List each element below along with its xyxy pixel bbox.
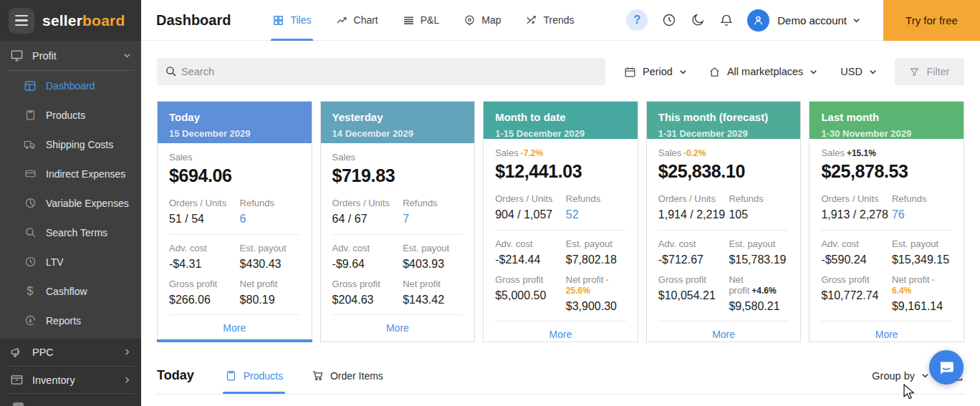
currency-dropdown[interactable]: USD	[840, 66, 877, 77]
adv-cost-value: -$4.31	[169, 258, 240, 271]
filter-button[interactable]: Filter	[895, 58, 964, 85]
tab-tiles[interactable]: Tiles	[272, 0, 311, 41]
card-title: Last month	[821, 111, 952, 123]
card-date: 15 December 2029	[169, 128, 300, 139]
chat-widget-button[interactable]	[929, 350, 964, 385]
dark-mode-moon-icon[interactable]	[691, 13, 705, 27]
tab-map[interactable]: Map	[463, 0, 501, 41]
search-icon	[24, 226, 37, 239]
sidebar-item-label: Reports	[46, 315, 81, 327]
avatar[interactable]	[747, 9, 769, 32]
gross-profit-value: $10,772.74	[821, 289, 892, 302]
chevron-down-icon	[810, 68, 817, 76]
gross-profit-label: Gross profit	[332, 279, 403, 289]
card-title: Month to date	[495, 111, 626, 123]
metric-cards: Today 15 December 2029 Sales $694.06 Ord…	[157, 101, 964, 342]
sidebar-header: sellerboard	[0, 0, 141, 41]
divider	[821, 230, 952, 231]
search-input[interactable]	[157, 58, 605, 85]
history-clock-icon[interactable]	[662, 13, 676, 27]
more-row: More	[821, 321, 952, 348]
hamburger-menu-button[interactable]	[9, 8, 34, 34]
more-link[interactable]: More	[223, 322, 246, 334]
tab-products[interactable]: Products	[225, 369, 283, 382]
more-link[interactable]: More	[712, 329, 735, 340]
chevron-down-icon	[921, 372, 929, 380]
more-row: More	[332, 314, 463, 342]
group-by-dropdown[interactable]: Group by	[872, 370, 929, 382]
adv-cost-label: Adv. cost	[332, 243, 403, 253]
main-area: Dashboard Tiles Chart P&L Map Trends	[141, 0, 980, 406]
refunds-label: Refunds	[240, 198, 300, 208]
sales-label: Sales-7.2%	[495, 148, 626, 158]
refunds-label: Refunds	[892, 193, 952, 204]
calendar-icon	[624, 66, 636, 78]
adv-cost-label: Adv. cost	[169, 243, 240, 253]
sidebar-item-cashflow[interactable]: $ Cashflow	[0, 276, 141, 306]
selected-card-indicator	[157, 339, 312, 342]
sales-pct-badge: +15.1%	[847, 148, 876, 158]
refunds-value[interactable]: 6	[240, 213, 300, 226]
marketplaces-label: All marketplaces	[727, 66, 803, 77]
net-profit-label: Net profit-6.4%	[892, 274, 952, 296]
adv-cost-value: -$590.24	[821, 253, 892, 266]
sidebar-item-variable-expenses[interactable]: Variable Expenses	[0, 188, 141, 218]
more-row: More	[169, 314, 300, 342]
orders-units-label: Orders / Units	[169, 198, 240, 208]
sidebar-item-label: Products	[46, 110, 85, 121]
tab-trends[interactable]: Trends	[525, 0, 574, 41]
chevron-down-icon	[852, 16, 860, 24]
sidebar-group-inventory[interactable]: Inventory	[0, 367, 141, 394]
sidebar-item-products[interactable]: Products	[0, 100, 141, 130]
marketplaces-dropdown[interactable]: All marketplaces	[708, 66, 817, 78]
funnel-icon	[909, 67, 920, 77]
dashboard-icon	[24, 79, 37, 92]
refunds-value[interactable]: 7	[403, 213, 463, 226]
tab-order-items[interactable]: Order Items	[312, 369, 383, 382]
adv-cost-value: -$9.64	[332, 258, 403, 271]
sidebar-group-profit[interactable]: Profit	[0, 41, 141, 70]
sidebar-item-shipping-costs[interactable]: Shipping Costs	[0, 130, 141, 159]
est-payout-value: $403.93	[403, 258, 463, 271]
chevron-right-icon	[123, 376, 131, 384]
refunds-value[interactable]: 76	[892, 208, 952, 221]
dollar-icon: $	[24, 285, 37, 298]
refunds-value[interactable]: 52	[566, 208, 626, 221]
more-link[interactable]: More	[386, 322, 409, 334]
sidebar-item-reports[interactable]: Reports	[0, 306, 141, 335]
sidebar-item-dashboard[interactable]: Dashboard	[0, 71, 141, 100]
megaphone-icon	[10, 345, 24, 359]
notifications-bell-icon[interactable]	[719, 13, 734, 27]
divider	[332, 234, 463, 235]
sidebar-item-indirect-expenses[interactable]: Indirect Expenses	[0, 159, 141, 188]
tab-pnl[interactable]: P&L	[403, 0, 439, 41]
sidebar-group-ppc[interactable]: PPC	[0, 339, 141, 366]
topbar-right: ? Demo account Try for free	[626, 0, 980, 41]
refunds-value: 105	[729, 208, 789, 221]
adv-cost-label: Adv. cost	[821, 238, 892, 249]
divider	[658, 230, 789, 231]
sidebar-item-ltv[interactable]: LTV	[0, 247, 141, 276]
card-body: Sales+15.1% $25,878.53 Orders / Units1,9…	[810, 139, 964, 348]
account-menu[interactable]: Demo account	[777, 14, 860, 26]
period-dropdown[interactable]: Period	[624, 66, 687, 78]
est-payout-label: Est. payout	[240, 243, 300, 253]
gross-profit-label: Gross profit	[658, 274, 729, 285]
orders-units-value: 51 / 54	[169, 213, 240, 226]
orders-units-label: Orders / Units	[495, 193, 566, 204]
help-icon[interactable]: ?	[626, 9, 648, 31]
try-for-free-button[interactable]: Try for free	[883, 0, 980, 41]
more-link[interactable]: More	[875, 329, 898, 340]
sales-label: Sales+15.1%	[821, 148, 952, 158]
more-link[interactable]: More	[549, 329, 572, 340]
orders-units-label: Orders / Units	[821, 193, 892, 204]
sidebar-item-label: Cashflow	[46, 286, 87, 297]
orders-units-value: 1,914 / 2,219	[658, 208, 729, 221]
sales-value: $719.83	[332, 165, 463, 186]
tab-chart[interactable]: Chart	[336, 0, 378, 41]
sidebar-item-search-terms[interactable]: Search Terms	[0, 218, 141, 247]
map-pin-icon	[463, 14, 476, 26]
divider	[169, 234, 300, 235]
adv-cost-label: Adv. cost	[658, 238, 729, 249]
sidebar-item-label: Indirect Expenses	[46, 168, 125, 180]
